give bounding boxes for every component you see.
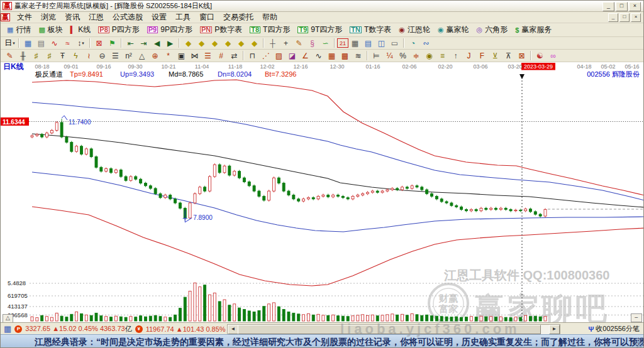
draw-icon-24[interactable]: ∿ xyxy=(312,50,325,61)
draw-icon-11[interactable]: ⊕ xyxy=(148,50,162,61)
nav-icon-24[interactable]: + xyxy=(279,38,292,48)
draw-icon-25[interactable]: ▦ xyxy=(325,50,338,61)
draw-icon-1[interactable]: ╫ xyxy=(16,50,30,61)
toolbar-button-P四方形[interactable]: P8P四方形 xyxy=(94,24,143,35)
toolbar-button-赢家轮[interactable]: ◉赢家轮 xyxy=(434,24,473,35)
close-button[interactable]: × xyxy=(629,2,641,11)
mdi-restore-button[interactable]: □ xyxy=(619,13,630,22)
nav-icon-23[interactable]: ┼ xyxy=(266,38,279,48)
draw-icon-26[interactable]: ▩ xyxy=(338,50,352,61)
draw-icon-29[interactable]: ⊨ xyxy=(370,50,383,61)
nav-icon-20[interactable]: ◆ xyxy=(235,38,248,48)
draw-icon-36[interactable]: J xyxy=(462,50,475,61)
draw-icon-40[interactable]: ⊠ xyxy=(515,50,528,61)
toolbar-button-赢家服务[interactable]: $赢家服务 xyxy=(511,24,555,35)
draw-icon-0[interactable]: ✎ xyxy=(3,50,16,61)
menu-江恩[interactable]: 江恩 xyxy=(84,12,108,22)
nav-icon-18[interactable]: ◆ xyxy=(208,38,221,48)
toolbar-button-T数字表[interactable]: TNT数字表 xyxy=(346,24,395,35)
tick-data-label[interactable]: 收002556分笔 xyxy=(596,324,640,334)
nav-icon-21[interactable]: ◆ xyxy=(248,38,261,48)
draw-icon-32[interactable]: ≑ xyxy=(409,50,423,61)
draw-icon-33[interactable]: ◉ xyxy=(423,50,436,61)
draw-icon-9[interactable]: n² xyxy=(122,50,135,61)
menu-设置[interactable]: 设置 xyxy=(147,12,171,22)
draw-icon-7[interactable]: ⊖ xyxy=(96,50,109,61)
draw-icon-22[interactable]: ◪ xyxy=(286,50,299,61)
nav-icon-33[interactable]: ▭ xyxy=(388,38,401,48)
draw-icon-5[interactable]: ϟ xyxy=(69,50,82,61)
draw-icon-16[interactable]: # xyxy=(214,50,228,61)
draw-icon-38[interactable]: ⊻ xyxy=(489,50,502,61)
quote-table-icon[interactable]: ▦ xyxy=(4,325,11,333)
nav-icon-32[interactable]: ◫ xyxy=(375,38,388,48)
toolbar-button-P数字表[interactable]: PNP数字表 xyxy=(196,24,246,35)
nav-icon-5[interactable]: ≈ xyxy=(61,38,74,48)
draw-icon-27[interactable]: ≋ xyxy=(352,50,365,61)
toolbar-button-六角形[interactable]: ◎六角形 xyxy=(473,24,512,35)
minimize-button[interactable]: _ xyxy=(602,2,614,11)
toolbar-button-9T四方形[interactable]: T99T四方形 xyxy=(294,24,346,35)
nav-icon-13[interactable]: ◀ xyxy=(150,38,164,48)
draw-icon-19[interactable]: ⊓ xyxy=(246,50,259,61)
draw-icon-13[interactable]: ▣ xyxy=(175,50,188,61)
draw-icon-20[interactable]: ⋰ xyxy=(259,50,272,61)
draw-icon-8[interactable]: ☰ xyxy=(109,50,122,61)
menu-浏览[interactable]: 浏览 xyxy=(36,12,60,22)
scroll-right-button[interactable]: ► xyxy=(549,325,560,334)
nav-icon-30[interactable]: ▦ xyxy=(348,38,362,48)
draw-icon-12[interactable]: * xyxy=(162,50,175,61)
draw-icon-10[interactable]: △ xyxy=(135,50,148,61)
toolbar-button-板块[interactable]: ▩板块 xyxy=(35,24,66,35)
nav-icon-4[interactable]: ∿ xyxy=(48,38,61,48)
draw-icon-30[interactable]: ¼ xyxy=(383,50,396,61)
menu-资讯[interactable]: 资讯 xyxy=(60,12,84,22)
nav-icon-11[interactable]: ⇤ xyxy=(124,38,137,48)
chart-horizontal-scrollbar[interactable]: ◄ ► xyxy=(227,324,560,335)
nav-icon-2[interactable]: ▦ xyxy=(21,38,35,48)
nav-icon-19[interactable]: ◆ xyxy=(221,38,235,48)
draw-icon-43[interactable]: ∞ xyxy=(547,50,560,61)
draw-icon-39[interactable]: ⊼ xyxy=(502,50,515,61)
scroll-left-button[interactable]: ◄ xyxy=(228,325,238,334)
menu-交易委托[interactable]: 交易委托 xyxy=(219,12,258,22)
draw-icon-23[interactable]: ∠ xyxy=(299,50,312,61)
toolbar-button-行情[interactable]: ▦行情 xyxy=(3,24,35,35)
draw-icon-21[interactable]: ▨ xyxy=(272,50,286,61)
chart-corner-button[interactable]: △ xyxy=(3,314,13,323)
nav-icon-36[interactable]: ∾ xyxy=(419,38,433,48)
nav-icon-25[interactable]: ✎ xyxy=(292,38,306,48)
menu-工具[interactable]: 工具 xyxy=(171,12,195,22)
menu-帮助[interactable]: 帮助 xyxy=(258,12,282,22)
draw-icon-15[interactable]: ☰ xyxy=(201,50,214,61)
menu-窗口[interactable]: 窗口 xyxy=(195,12,219,22)
draw-icon-35[interactable]: ↑ xyxy=(449,50,462,61)
toolbar-button-9P四方形[interactable]: P99P四方形 xyxy=(143,24,196,35)
scrollbar-thumb[interactable] xyxy=(238,325,541,334)
draw-icon-14[interactable]: ⋈ xyxy=(188,50,201,61)
draw-icon-42[interactable]: ☯ xyxy=(533,50,547,61)
chart-canvas[interactable]: 财赢富家赢家聊吧江恩工具软件 QQ:1008003605.48286197054… xyxy=(1,62,644,322)
draw-icon-34[interactable]: ≡ xyxy=(436,50,449,61)
chart-area[interactable]: 财赢富家赢家聊吧江恩工具软件 QQ:1008003605.48286197054… xyxy=(1,62,644,322)
nav-icon-6[interactable]: ↕▾ xyxy=(74,38,87,48)
nav-icon-17[interactable]: ◆ xyxy=(195,38,208,48)
draw-icon-31[interactable]: % xyxy=(396,50,409,61)
mdi-close-button[interactable]: × xyxy=(631,13,641,22)
nav-icon-26[interactable]: § xyxy=(306,38,319,48)
menu-文件[interactable]: 文件 xyxy=(13,12,36,22)
nav-icon-35[interactable]: ◔ xyxy=(406,38,419,48)
nav-icon-14[interactable]: ▶ xyxy=(164,38,177,48)
nav-icon-3[interactable]: ▤ xyxy=(35,38,48,48)
nav-icon-27[interactable]: ∽ xyxy=(319,38,332,48)
nav-icon-8[interactable]: ⊠ xyxy=(92,38,106,48)
draw-icon-4[interactable]: Ŧ xyxy=(56,50,69,61)
toolbar-button-T四方形[interactable]: T8T四方形 xyxy=(246,24,294,35)
nav-icon-12[interactable]: ⇥ xyxy=(137,38,150,48)
nav-icon-29[interactable]: 21 xyxy=(337,38,348,48)
menu-公式选股[interactable]: 公式选股 xyxy=(108,12,147,22)
nav-icon-16[interactable]: ◆ xyxy=(182,38,195,48)
draw-icon-37[interactable]: F xyxy=(475,50,489,61)
nav-icon-9[interactable]: ⚑ xyxy=(106,38,119,48)
mdi-minimize-button[interactable]: _ xyxy=(608,13,618,22)
